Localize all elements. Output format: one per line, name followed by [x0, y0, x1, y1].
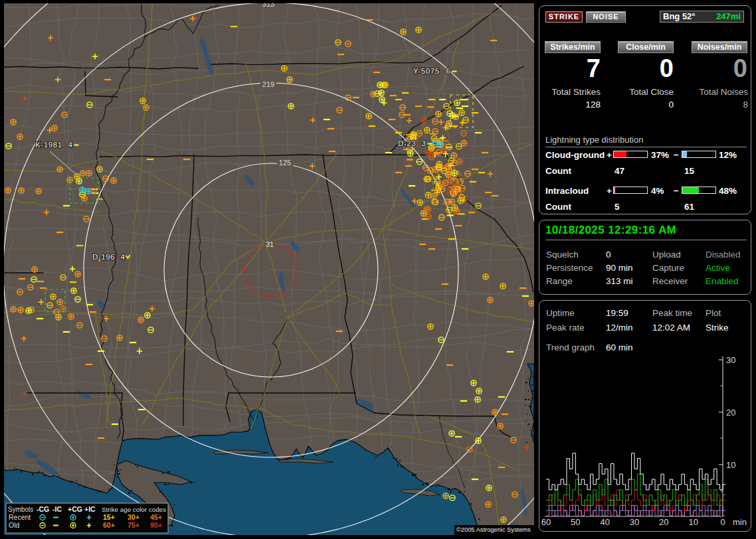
svg-text:©2005 Astrogenic Systems: ©2005 Astrogenic Systems	[456, 526, 531, 533]
svg-text:Symbols: Symbols	[8, 506, 33, 513]
svg-text:Old: Old	[9, 521, 20, 529]
svg-text:31: 31	[266, 240, 274, 248]
svg-text:4: 4	[68, 141, 72, 149]
svg-text:Y-5075: Y-5075	[413, 67, 440, 75]
svg-text:219: 219	[262, 80, 274, 88]
svg-text:313: 313	[262, 0, 274, 8]
svg-text:45+: 45+	[150, 513, 162, 521]
svg-text:15+: 15+	[103, 513, 115, 521]
svg-text:Recent: Recent	[9, 513, 31, 521]
svg-text:6: 6	[446, 67, 450, 75]
svg-text:D-23: D-23	[398, 139, 416, 147]
svg-text:90+: 90+	[150, 521, 162, 529]
svg-text:30+: 30+	[128, 513, 140, 521]
svg-text:+IC: +IC	[84, 505, 96, 513]
svg-text:75+: 75+	[128, 521, 140, 529]
svg-text:D-196: D-196	[92, 253, 115, 261]
svg-text:4: 4	[121, 253, 126, 261]
svg-text:-IC: -IC	[52, 505, 62, 513]
svg-text:-CG: -CG	[37, 505, 49, 513]
svg-text:K-1981: K-1981	[35, 141, 62, 149]
svg-text:125: 125	[279, 159, 291, 167]
svg-text:3: 3	[422, 139, 426, 147]
svg-text:+CG: +CG	[68, 505, 82, 513]
svg-text:Strike age color codes: Strike age color codes	[102, 506, 166, 513]
svg-text:60+: 60+	[103, 521, 115, 529]
